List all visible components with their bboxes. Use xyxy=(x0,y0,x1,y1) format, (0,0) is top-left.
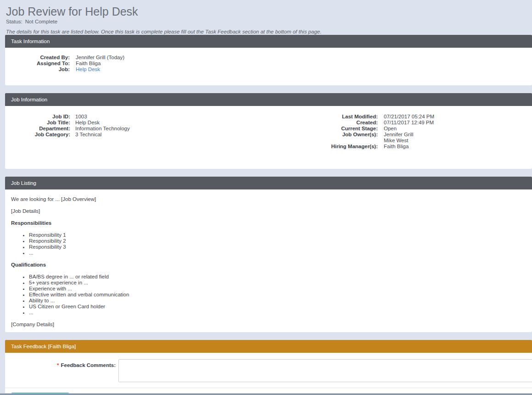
task-feedback-panel: Task Feedback [Faith Bliga] *Feedback Co… xyxy=(5,340,532,395)
list-item: ... xyxy=(29,310,526,316)
field-label: Job: xyxy=(5,67,70,72)
field-label: Job Owner(s): xyxy=(267,132,378,144)
field-label: Hiring Manager(s): xyxy=(267,144,378,150)
list-item: BA/BS degree in ... or related field xyxy=(29,274,526,280)
list-item: ... xyxy=(29,250,526,256)
field-value: 07/21/2017 05:24 PM xyxy=(384,114,434,120)
field-row-department: Department: Information Technology xyxy=(5,126,267,132)
list-item: Effective written and verbal communicati… xyxy=(29,292,526,298)
job-information-header: Job Information xyxy=(5,93,532,106)
field-row-current-stage: Current Stage: Open xyxy=(267,126,532,132)
field-label: Last Modified: xyxy=(267,114,378,120)
field-row-last-modified: Last Modified: 07/21/2017 05:24 PM xyxy=(267,114,532,120)
page-header: Job Review for Help Desk Status:Not Comp… xyxy=(0,0,532,25)
job-listing-header: Job Listing xyxy=(5,177,532,189)
task-information-body: Created By: Jennifer Grill (Today) Assig… xyxy=(5,48,532,85)
field-row-job-title: Job Title: Help Desk xyxy=(5,120,267,126)
field-row-hiring-managers: Hiring Manager(s): Faith Bliga xyxy=(267,144,532,150)
feedback-comments-label: *Feedback Comments: xyxy=(5,359,116,368)
field-row-job: Job: Help Desk xyxy=(5,67,526,72)
status-line: Status:Not Complete xyxy=(6,19,532,25)
required-asterisk: * xyxy=(57,362,59,368)
list-item: US Citizen or Green Card holder xyxy=(29,304,526,310)
field-value: Faith Bliga xyxy=(384,144,409,150)
list-item: Responsibility 1 xyxy=(29,232,526,238)
field-row-job-category: Job Category: 3 Technical xyxy=(5,132,267,138)
footer-strip xyxy=(0,393,532,395)
field-row-job-id: Job ID: 1003 xyxy=(5,114,267,120)
field-value: 1003 xyxy=(75,114,87,120)
job-link[interactable]: Help Desk xyxy=(76,67,100,72)
job-information-panel: Job Information Job ID: 1003 Job Title: … xyxy=(5,93,532,169)
task-information-header: Task Information xyxy=(5,35,532,48)
page-title: Job Review for Help Desk xyxy=(6,5,532,18)
field-label: Created By: xyxy=(5,55,70,61)
field-label: Assigned To: xyxy=(5,61,70,67)
task-feedback-body: *Feedback Comments: Submit Feedback xyxy=(5,353,532,395)
qualifications-list: BA/BS degree in ... or related field 5+ … xyxy=(11,274,526,316)
task-information-panel: Task Information Created By: Jennifer Gr… xyxy=(5,35,532,85)
job-information-left-column: Job ID: 1003 Job Title: Help Desk Depart… xyxy=(5,114,267,150)
responsibilities-title: Responsibilities xyxy=(11,220,526,226)
list-item: Responsibility 2 xyxy=(29,238,526,244)
field-value: Jennifer Grill (Today) xyxy=(76,55,124,61)
field-value: Information Technology xyxy=(75,126,130,132)
field-row-created-by: Created By: Jennifer Grill (Today) xyxy=(5,55,526,61)
job-owner-name: Mike West xyxy=(384,138,414,144)
field-value: Help Desk xyxy=(75,120,100,126)
job-overview-text: We are looking for ... [Job Overview] xyxy=(11,196,526,202)
field-row-created: Created: 07/11/2017 12:49 PM xyxy=(267,120,532,126)
job-information-body: Job ID: 1003 Job Title: Help Desk Depart… xyxy=(5,106,532,169)
list-item: 5+ years experience in ... xyxy=(29,280,526,286)
field-value: Jennifer Grill Mike West xyxy=(384,132,414,144)
field-row-assigned-to: Assigned To: Faith Bliga xyxy=(5,61,526,67)
field-value: 07/11/2017 12:49 PM xyxy=(384,120,434,126)
list-item: Responsibility 3 xyxy=(29,244,526,250)
field-label: Created: xyxy=(267,120,378,126)
job-information-right-column: Last Modified: 07/21/2017 05:24 PM Creat… xyxy=(267,114,532,150)
task-feedback-header: Task Feedback [Faith Bliga] xyxy=(5,340,532,353)
instruction-note: The details for this task are listed bel… xyxy=(6,29,532,35)
list-item: Experience with ... xyxy=(29,286,526,292)
feedback-comments-textarea[interactable] xyxy=(118,359,532,382)
qualifications-title: Qualifications xyxy=(11,262,526,268)
field-label: Job ID: xyxy=(5,114,70,120)
field-label: Job Category: xyxy=(5,132,70,138)
field-value: Faith Bliga xyxy=(76,61,101,67)
status-label: Status: xyxy=(6,19,22,24)
status-value: Not Complete xyxy=(25,19,57,24)
company-details-text: [Company Details] xyxy=(11,322,526,328)
field-label: Job Title: xyxy=(5,120,70,126)
job-listing-panel: Job Listing We are looking for ... [Job … xyxy=(5,177,532,332)
job-listing-body: We are looking for ... [Job Overview] [J… xyxy=(5,189,532,332)
field-value: 3 Technical xyxy=(75,132,101,138)
field-label: Current Stage: xyxy=(267,126,378,132)
responsibilities-list: Responsibility 1 Responsibility 2 Respon… xyxy=(11,232,526,256)
job-owner-name: Jennifer Grill xyxy=(384,132,414,138)
field-label: Department: xyxy=(5,126,70,132)
field-row-job-owners: Job Owner(s): Jennifer Grill Mike West xyxy=(267,132,532,144)
list-item: Ability to ... xyxy=(29,298,526,304)
feedback-comments-row: *Feedback Comments: xyxy=(5,353,532,388)
job-details-text: [Job Details] xyxy=(11,208,526,214)
field-value: Open xyxy=(384,126,397,132)
